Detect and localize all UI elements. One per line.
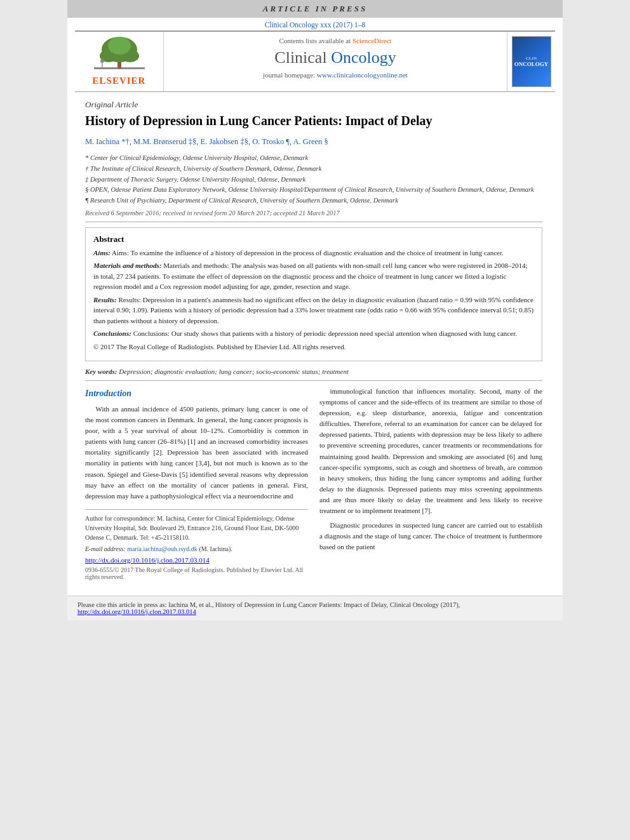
doi-link[interactable]: http://dx.doi.org/10.1016/j.clon.2017.03… — [85, 556, 210, 564]
introduction-title: Introduction — [85, 389, 308, 399]
intro-para-2: immunological function that influences m… — [319, 386, 542, 516]
intro-text-left: With an annual incidence of 4500 patient… — [85, 404, 308, 501]
journal-ref-line: Clinical Oncology xxx (2017) 1–8 — [67, 18, 563, 30]
affiliation-5: ¶ Research Unit of Psychiatry, Departmen… — [85, 196, 542, 206]
affiliation-1: * Center for Clinical Epidemiology, Oden… — [85, 153, 542, 163]
journal-ref-text: Clinical Oncology xxx (2017) 1–8 — [265, 21, 365, 29]
intro-para-1: With an annual incidence of 4500 patient… — [85, 404, 308, 501]
two-column-layout: Introduction With an annual incidence of… — [85, 386, 542, 581]
footnote-area: Author for correspondence: M. Iachina, C… — [85, 509, 308, 554]
elsevier-logo: ELSEVIER — [91, 37, 148, 86]
elsevier-tree-icon — [91, 37, 148, 72]
contents-line: Contents lists available at ScienceDirec… — [177, 37, 494, 44]
abstract-conclusions: Conclusions: Conclusions: Our study show… — [93, 328, 534, 339]
authors-line: M. Iachina *†, M.M. Brønserud ‡§, E. Jak… — [85, 135, 542, 148]
abstract-aims: Aims: Aims: To examine the influence of … — [93, 248, 534, 258]
elsevier-name: ELSEVIER — [91, 76, 148, 86]
article-page: ARTICLE IN PRESS Clinical Oncology xxx (… — [67, 0, 563, 620]
citation-text: Please cite this article in press as: Ia… — [77, 601, 460, 608]
sciencedirect-link[interactable]: ScienceDirect — [352, 37, 392, 44]
keywords: Key words: Depression; diagnostic evalua… — [85, 368, 542, 375]
cover-clinical: CLIN — [526, 56, 537, 61]
affiliation-4: § OPEN, Odense Patient Data Exploratory … — [85, 185, 542, 195]
aip-text: ARTICLE IN PRESS — [263, 4, 367, 13]
citation-doi-link[interactable]: http://dx.doi.org/10.1016/j.clon.2017.03… — [77, 608, 196, 615]
article-content: Original Article History of Depression i… — [67, 92, 563, 589]
left-column: Introduction With an annual incidence of… — [85, 386, 308, 581]
journal-cover-image: CLIN ONCOLOGY — [512, 36, 551, 87]
affiliations: * Center for Clinical Epidemiology, Oden… — [85, 153, 542, 206]
abstract-results: Results: Results: Depression in a patien… — [93, 295, 534, 326]
email-label: E-mail address: — [85, 545, 126, 552]
abstract-section: Abstract Aims: Aims: To examine the infl… — [85, 227, 542, 362]
article-type: Original Article — [85, 100, 542, 110]
divider-2 — [85, 380, 542, 381]
intro-text-right: immunological function that influences m… — [319, 386, 542, 552]
journal-title: Clinical Oncology — [177, 48, 494, 67]
abstract-title: Abstract — [93, 234, 534, 244]
elsevier-logo-area: ELSEVIER — [75, 32, 164, 91]
keywords-label: Key words: — [85, 368, 117, 375]
abstract-materials: Materials and methods: Materials and met… — [93, 260, 534, 292]
email-note: (M. Iachina). — [199, 545, 232, 552]
citation-bar: Please cite this article in press as: Ia… — [67, 596, 563, 620]
abstract-text: Aims: Aims: To examine the influence of … — [93, 248, 534, 352]
intro-para-3: Diagnostic procedures in suspected lung … — [319, 520, 542, 552]
aip-banner: ARTICLE IN PRESS — [67, 0, 563, 18]
journal-title-area: Contents lists available at ScienceDirec… — [164, 32, 507, 91]
divider-1 — [85, 222, 542, 222]
affiliation-3: ‡ Department of Thoracic Surgery, Odense… — [85, 175, 542, 185]
svg-point-6 — [100, 59, 104, 63]
journal-homepage: journal homepage: www.clinicaloncologyon… — [177, 71, 494, 79]
authors-text: M. Iachina *†, M.M. Brønserud ‡§, E. Jak… — [85, 137, 328, 146]
cover-oncology: ONCOLOGY — [514, 61, 549, 67]
svg-point-5 — [108, 37, 131, 55]
affiliation-2: † The Institute of Clinical Research, Un… — [85, 164, 542, 174]
received-line: Received 6 September 2016; received in r… — [85, 210, 542, 217]
article-title: History of Depression in Lung Cancer Pat… — [85, 112, 542, 129]
issn-line: 0936-6555/© 2017 The Royal College of Ra… — [85, 566, 308, 580]
right-column: immunological function that influences m… — [319, 386, 542, 581]
keywords-text: Depression; diagnostic evaluation; lung … — [119, 368, 349, 375]
doi-line[interactable]: http://dx.doi.org/10.1016/j.clon.2017.03… — [85, 556, 308, 564]
email-link[interactable]: maria.iachina@ouh.rsyd.dk — [127, 545, 198, 552]
journal-header: ELSEVIER Contents lists available at Sci… — [75, 30, 555, 92]
abstract-copyright: © 2017 The Royal College of Radiologists… — [93, 342, 534, 352]
email-footnote: E-mail address: maria.iachina@ouh.rsyd.d… — [85, 544, 308, 554]
corresponding-footnote: Author for correspondence: M. Iachina, C… — [85, 514, 308, 542]
journal-cover-area: CLIN ONCOLOGY — [507, 32, 555, 91]
journal-title-oncology: Oncology — [331, 48, 396, 67]
journal-title-clinical: Clinical — [274, 48, 326, 67]
journal-homepage-link[interactable]: www.clinicaloncologyonline.net — [317, 71, 408, 79]
